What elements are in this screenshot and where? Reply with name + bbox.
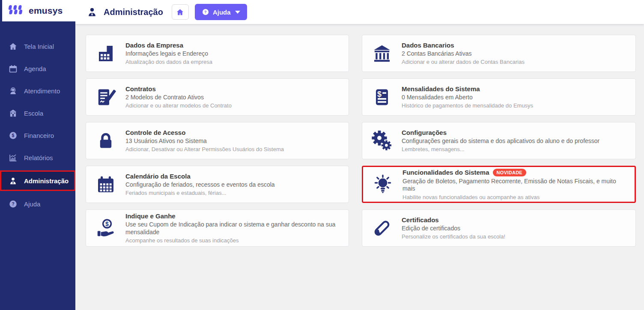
caret-down-icon [235, 11, 240, 14]
diploma-icon [362, 218, 402, 238]
sidebar-item-ajuda[interactable]: ? Ajuda [0, 194, 75, 213]
emusys-logo-icon [6, 3, 25, 18]
sidebar-nav: Tela Inicial Agenda Atendimento Escola $… [0, 37, 75, 213]
card-text: Controle de Acesso 13 Usuários Ativos no… [125, 129, 290, 153]
home-icon [9, 42, 18, 51]
sidebar-item-escola[interactable]: Escola [0, 104, 75, 122]
card-subtitle: Use seu Cupom de Indicação para indicar … [125, 221, 343, 236]
card-subtitle: Configurações gerais do sistema e dos ap… [402, 137, 599, 145]
card-note: Adicionar, Desativar ou Alterar Permissõ… [125, 146, 284, 152]
sidebar-item-label: Administração [24, 177, 69, 185]
card-text: Dados da Empresa Informações legais e En… [125, 42, 218, 66]
card-subtitle: Geração de Boletos, Pagamento Recorrente… [402, 178, 629, 193]
card-text: Contratos 2 Modelos de Contrato Ativos A… [125, 85, 238, 109]
school-icon [9, 109, 18, 118]
support-person-icon [9, 86, 18, 95]
card-subtitle: 2 Contas Bancárias Ativas [402, 50, 525, 58]
card-title: Contratos [125, 85, 156, 92]
question-circle-icon: ? [9, 200, 18, 209]
home-button[interactable] [172, 4, 189, 20]
chart-icon [9, 153, 18, 162]
card-title-row: Dados da Empresa [125, 42, 212, 49]
sidebar-item-tela-inicial[interactable]: Tela Inicial [0, 37, 75, 56]
card-note: Adicionar e ou alterar dados de Contas B… [402, 59, 525, 65]
card-note: Adicionar e ou alterar modelos de Contra… [125, 102, 232, 109]
card-text: Indique e Ganhe Use seu Cupom de Indicaç… [125, 212, 349, 244]
sidebar-item-label: Tela Inicial [24, 43, 54, 50]
sidebar-item-label: Escola [24, 110, 43, 117]
card-title-row: Indique e Ganhe [125, 212, 343, 220]
svg-text:$: $ [105, 220, 109, 227]
help-button-label: Ajuda [213, 9, 231, 16]
card-title-row: Contratos [125, 85, 232, 92]
card-text: Dados Bancarios 2 Contas Bancárias Ativa… [402, 42, 531, 66]
admin-card-grid: Dados da Empresa Informações legais e En… [86, 35, 644, 247]
card-controle-de-acesso[interactable]: Controle de Acesso 13 Usuários Ativos no… [86, 122, 349, 159]
dollar-circle-icon: $ [9, 131, 18, 140]
sidebar-item-relatorios[interactable]: Relatórios [0, 148, 75, 167]
novelty-badge: NOVIDADE [493, 169, 526, 176]
card-certificados[interactable]: Certificados Edição de certificados Pers… [362, 209, 636, 247]
coin-hand-icon: $ [86, 218, 125, 238]
card-title: Dados Bancarios [402, 42, 454, 49]
bank-icon [362, 43, 402, 64]
card-text: Funcionalidades do Sistema NOVIDADE Gera… [402, 169, 635, 200]
main-content: Dados da Empresa Informações legais e En… [75, 0, 644, 247]
contract-icon [86, 87, 125, 107]
card-title: Configurações [402, 129, 447, 136]
header: Administração ? Ajuda [75, 0, 644, 24]
card-mensalidades-do-sistema[interactable]: $ Mensalidades do Sistema 0 Mensalidades… [362, 78, 636, 116]
logo[interactable]: emusys [0, 0, 75, 21]
card-subtitle: 0 Mensalidades em Aberto [402, 94, 533, 101]
card-note: Personalize os certificados da sua escol… [402, 233, 505, 240]
card-contratos[interactable]: Contratos 2 Modelos de Contrato Ativos A… [86, 78, 349, 116]
sidebar-item-atendimento[interactable]: Atendimento [0, 81, 75, 100]
sidebar-item-financeiro[interactable]: $ Financeiro [0, 126, 75, 145]
gears-icon [362, 131, 402, 151]
home-icon [176, 8, 184, 16]
card-title-row: Certificados [402, 216, 505, 224]
sidebar: emusys Tela Inicial Agenda Atendimento E… [0, 0, 75, 310]
card-title: Mensalidades do Sistema [402, 85, 480, 92]
card-dados-bancarios[interactable]: Dados Bancarios 2 Contas Bancárias Ativa… [362, 35, 636, 72]
card-title-row: Dados Bancarios [402, 42, 525, 49]
card-note: Atualização dos dados da empresa [125, 59, 212, 65]
card-title-row: Mensalidades do Sistema [402, 85, 533, 92]
sidebar-item-administracao[interactable]: Administração [0, 170, 75, 191]
card-note: Habilite novas funcionalidades ou acompa… [402, 194, 629, 200]
svg-text:?: ? [204, 10, 206, 14]
card-title: Calendário da Escola [125, 173, 191, 180]
card-title-row: Funcionalidades do Sistema NOVIDADE [402, 169, 629, 176]
card-configuracoes[interactable]: Configurações Configurações gerais do si… [362, 122, 636, 159]
card-text: Certificados Edição de certificados Pers… [402, 216, 511, 240]
page-title: Administração [104, 7, 163, 17]
card-title: Indique e Ganhe [125, 212, 176, 220]
bulb-icon [363, 174, 402, 195]
sidebar-item-label: Agenda [24, 65, 46, 72]
svg-text:$: $ [12, 133, 15, 138]
card-indique-e-ganhe[interactable]: $ Indique e Ganhe Use seu Cupom de Indic… [86, 209, 349, 247]
factory-icon [86, 43, 125, 64]
sidebar-item-label: Atendimento [24, 87, 60, 95]
card-calendario-da-escola[interactable]: Calendário da Escola Configuração de fer… [86, 166, 349, 203]
brand-name: emusys [29, 6, 63, 16]
sidebar-item-label: Financeiro [24, 132, 54, 139]
sidebar-item-agenda[interactable]: Agenda [0, 59, 75, 78]
invoice-icon: $ [362, 87, 402, 107]
person-badge-icon [86, 6, 98, 18]
card-text: Calendário da Escola Configuração de fer… [125, 173, 281, 197]
card-title-row: Configurações [402, 129, 599, 136]
svg-text:$: $ [377, 89, 382, 98]
card-title-row: Calendário da Escola [125, 173, 275, 180]
card-title-row: Controle de Acesso [125, 129, 284, 136]
help-button[interactable]: ? Ajuda [195, 4, 247, 20]
card-subtitle: Edição de certificados [402, 225, 505, 232]
calendar-grid-icon [86, 174, 125, 195]
card-dados-da-empresa[interactable]: Dados da Empresa Informações legais e En… [86, 35, 349, 72]
svg-text:?: ? [12, 202, 14, 206]
sidebar-item-label: Relatórios [24, 154, 53, 161]
card-title: Funcionalidades do Sistema [402, 169, 489, 176]
card-funcionalidades-do-sistema[interactable]: Funcionalidades do Sistema NOVIDADE Gera… [362, 166, 636, 203]
card-text: Mensalidades do Sistema 0 Mensalidades e… [402, 85, 539, 109]
card-title: Dados da Empresa [125, 42, 183, 49]
